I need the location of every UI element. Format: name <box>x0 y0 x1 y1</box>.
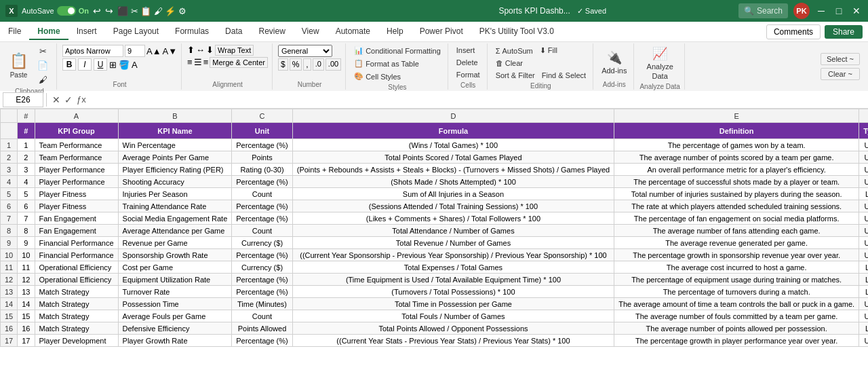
table-row[interactable]: 2 2 Team Performance Average Points Per … <box>1 151 869 164</box>
cell-formula-9[interactable]: Total Revenue / Number of Games <box>292 237 614 249</box>
cell-num-3[interactable]: 3 <box>18 164 35 176</box>
cell-unit-12[interactable]: Percentage (%) <box>232 274 292 286</box>
cell-kpi-group-4[interactable]: Player Performance <box>35 176 118 188</box>
cell-unit-3[interactable]: Rating (0-30) <box>232 164 292 176</box>
cell-num-11[interactable]: 11 <box>18 261 35 274</box>
cell-definition-11[interactable]: The average cost incurred to host a game… <box>614 261 859 274</box>
cell-unit-1[interactable]: Percentage (%) <box>232 139 292 151</box>
cell-type-15[interactable]: UTB <box>859 310 868 322</box>
find-select-btn[interactable]: Find & Select <box>539 70 589 81</box>
italic-button[interactable]: I <box>78 58 92 71</box>
table-row[interactable]: 4 4 Player Performance Shooting Accuracy… <box>1 176 869 188</box>
cell-num-16[interactable]: 16 <box>18 322 35 335</box>
col-header-c[interactable]: C <box>232 109 292 123</box>
cell-type-13[interactable]: LTB <box>859 286 868 298</box>
cell-type-17[interactable]: UTB <box>859 335 868 347</box>
cell-type-3[interactable]: UTB <box>859 164 868 176</box>
table-row[interactable]: 9 9 Financial Performance Revenue per Ga… <box>1 237 869 249</box>
clear-btn[interactable]: 🗑 Clear <box>493 58 526 69</box>
cell-kpi-group-11[interactable]: Operational Efficiency <box>35 261 118 274</box>
cell-unit-17[interactable]: Percentage (%) <box>232 335 292 347</box>
confirm-formula-icon[interactable]: ✓ <box>64 94 73 105</box>
font-size-input[interactable] <box>125 45 145 57</box>
cell-num-6[interactable]: 6 <box>18 200 35 212</box>
cell-num-8[interactable]: 8 <box>18 225 35 237</box>
increase-decimal-btn[interactable]: .0 <box>313 58 324 71</box>
tab-file[interactable]: File <box>0 24 29 40</box>
cell-type-6[interactable]: UTB <box>859 200 868 212</box>
minimize-btn[interactable]: ─ <box>815 5 827 17</box>
cell-kpi-name-4[interactable]: Shooting Accuracy <box>118 176 232 188</box>
cell-kpi-group-12[interactable]: Operational Efficiency <box>35 274 118 286</box>
merge-center-btn[interactable]: Merge & Center <box>210 57 268 68</box>
align-middle-btn[interactable]: ↔ <box>196 45 205 56</box>
col-header-hash[interactable]: # <box>18 109 35 123</box>
cell-type-16[interactable]: LTB <box>859 322 868 335</box>
insert-cells-btn[interactable]: Insert <box>454 45 478 56</box>
addins-btn[interactable]: 🔌 Add-ins <box>599 45 629 79</box>
align-center-btn[interactable]: ☰ <box>194 57 202 68</box>
cell-kpi-group-9[interactable]: Financial Performance <box>35 237 118 249</box>
tab-insert[interactable]: Insert <box>68 24 105 40</box>
cell-unit-10[interactable]: Percentage (%) <box>232 249 292 261</box>
cell-kpi-name-7[interactable]: Social Media Engagement Rate <box>118 212 232 225</box>
cell-kpi-name-12[interactable]: Equipment Utilization Rate <box>118 274 232 286</box>
tab-formulas[interactable]: Formulas <box>167 24 217 40</box>
cell-unit-16[interactable]: Points Allowed <box>232 322 292 335</box>
autosave-pill[interactable] <box>57 6 76 16</box>
table-row[interactable]: 16 16 Match Strategy Defensive Efficienc… <box>1 322 869 335</box>
align-top-btn[interactable]: ⬆ <box>187 45 195 56</box>
align-left-btn[interactable]: ≡ <box>187 57 193 68</box>
cell-formula-6[interactable]: (Sessions Attended / Total Training Sess… <box>292 200 614 212</box>
cell-unit-7[interactable]: Percentage (%) <box>232 212 292 225</box>
currency-btn[interactable]: $ <box>278 58 288 71</box>
cell-unit-11[interactable]: Currency ($) <box>232 261 292 274</box>
col-header-d[interactable]: D <box>292 109 614 123</box>
cell-num-15[interactable]: 15 <box>18 310 35 322</box>
cell-kpi-name-14[interactable]: Possession Time <box>118 298 232 310</box>
table-row[interactable]: 17 17 Player Development Player Growth R… <box>1 335 869 347</box>
cell-kpi-name-1[interactable]: Win Percentage <box>118 139 232 151</box>
cell-unit-8[interactable]: Count <box>232 225 292 237</box>
tab-page-layout[interactable]: Page Layout <box>105 24 167 40</box>
cell-kpi-group-6[interactable]: Player Fitness <box>35 200 118 212</box>
cell-kpi-name-17[interactable]: Player Growth Rate <box>118 335 232 347</box>
cell-type-7[interactable]: UTB <box>859 212 868 225</box>
tab-automate[interactable]: Automate <box>328 24 378 40</box>
cell-definition-16[interactable]: The average number of points allowed per… <box>614 322 859 335</box>
table-row[interactable]: 12 12 Operational Efficiency Equipment U… <box>1 274 869 286</box>
cell-formula-10[interactable]: ((Current Year Sponsorship - Previous Ye… <box>292 249 614 261</box>
tab-view[interactable]: View <box>294 24 328 40</box>
align-bottom-btn[interactable]: ⬇ <box>206 45 214 56</box>
cell-num-13[interactable]: 13 <box>18 286 35 298</box>
cell-kpi-group-10[interactable]: Financial Performance <box>35 249 118 261</box>
align-right-btn[interactable]: ≡ <box>203 57 209 68</box>
cell-kpi-name-8[interactable]: Average Attendance per Game <box>118 225 232 237</box>
cell-formula-3[interactable]: (Points + Rebounds + Assists + Steals + … <box>292 164 614 176</box>
cell-definition-14[interactable]: The average amount of time a team contro… <box>614 298 859 310</box>
cell-kpi-group-5[interactable]: Player Fitness <box>35 188 118 200</box>
borders-btn[interactable]: ⊞ <box>109 60 117 70</box>
cell-type-14[interactable]: UTB <box>859 298 868 310</box>
cell-type-4[interactable]: UTB <box>859 176 868 188</box>
cell-kpi-group-13[interactable]: Match Strategy <box>35 286 118 298</box>
maximize-btn[interactable]: □ <box>833 5 845 17</box>
number-format-select[interactable]: General Number Currency Percentage <box>278 45 332 57</box>
table-row[interactable]: 3 3 Player Performance Player Efficiency… <box>1 164 869 176</box>
cell-num-4[interactable]: 4 <box>18 176 35 188</box>
decrease-decimal-btn[interactable]: .00 <box>326 58 341 71</box>
table-row[interactable]: 1 1 Team Performance Win Percentage Perc… <box>1 139 869 151</box>
font-color-btn[interactable]: A <box>132 60 138 70</box>
tab-data[interactable]: Data <box>217 24 250 40</box>
cell-kpi-group-3[interactable]: Player Performance <box>35 164 118 176</box>
cell-num-2[interactable]: 2 <box>18 151 35 164</box>
cell-kpi-group-15[interactable]: Match Strategy <box>35 310 118 322</box>
cell-definition-17[interactable]: The percentage growth in player performa… <box>614 335 859 347</box>
cut-button[interactable]: ✂ <box>33 45 52 58</box>
cell-formula-15[interactable]: Total Fouls / Number of Games <box>292 310 614 322</box>
cell-definition-9[interactable]: The average revenue generated per game. <box>614 237 859 249</box>
cell-kpi-name-3[interactable]: Player Efficiency Rating (PER) <box>118 164 232 176</box>
cell-kpi-name-6[interactable]: Training Attendance Rate <box>118 200 232 212</box>
format-as-table-btn[interactable]: 📋Format as Table <box>351 58 422 69</box>
tab-power-pivot[interactable]: Power Pivot <box>412 24 471 40</box>
